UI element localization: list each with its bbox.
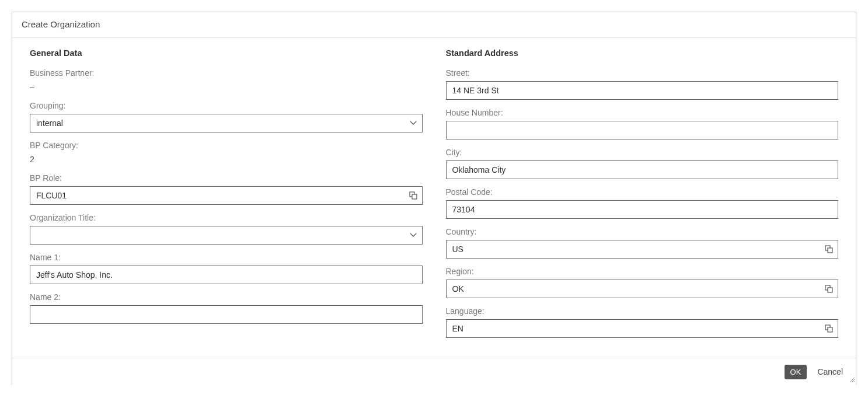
region-input[interactable] bbox=[447, 280, 821, 298]
street-input[interactable] bbox=[447, 82, 838, 99]
bp-category-label: BP Category: bbox=[30, 141, 423, 150]
name1-input[interactable] bbox=[30, 266, 422, 284]
bp-role-control[interactable] bbox=[30, 186, 423, 205]
house-number-field: House Number: bbox=[446, 108, 839, 139]
svg-rect-7 bbox=[828, 327, 832, 332]
general-data-section: General Data Business Partner: – Groupin… bbox=[30, 43, 423, 346]
language-control[interactable] bbox=[446, 319, 839, 338]
name2-input[interactable] bbox=[30, 306, 422, 323]
organization-title-select[interactable] bbox=[30, 226, 423, 245]
house-number-control[interactable] bbox=[446, 121, 839, 139]
svg-rect-3 bbox=[828, 248, 832, 253]
business-partner-label: Business Partner: bbox=[30, 68, 423, 78]
street-field: Street: bbox=[446, 68, 839, 100]
organization-title-label: Organization Title: bbox=[30, 213, 423, 222]
country-label: Country: bbox=[446, 227, 839, 236]
resize-grip-icon[interactable] bbox=[849, 375, 855, 384]
house-number-label: House Number: bbox=[446, 108, 839, 117]
dialog-content: General Data Business Partner: – Groupin… bbox=[12, 38, 856, 358]
organization-title-field: Organization Title: bbox=[30, 213, 423, 245]
standard-address-section: Standard Address Street: House Number: C… bbox=[446, 43, 839, 346]
city-control[interactable] bbox=[446, 160, 839, 179]
language-label: Language: bbox=[446, 306, 839, 316]
name2-field: Name 2: bbox=[30, 292, 423, 324]
value-help-icon[interactable] bbox=[820, 320, 838, 337]
country-control[interactable] bbox=[446, 240, 839, 259]
grouping-input[interactable] bbox=[30, 114, 405, 132]
postal-code-field: Postal Code: bbox=[446, 187, 839, 219]
region-label: Region: bbox=[446, 267, 839, 276]
business-partner-value: – bbox=[30, 81, 423, 93]
business-partner-field: Business Partner: – bbox=[30, 68, 423, 93]
house-number-input[interactable] bbox=[447, 121, 838, 139]
ok-button[interactable]: OK bbox=[785, 365, 807, 379]
grouping-field: Grouping: bbox=[30, 101, 423, 132]
grouping-label: Grouping: bbox=[30, 101, 423, 110]
cancel-button[interactable]: Cancel bbox=[815, 364, 845, 379]
language-field: Language: bbox=[446, 306, 839, 338]
name1-field: Name 1: bbox=[30, 253, 423, 284]
value-help-icon[interactable] bbox=[820, 280, 838, 298]
name2-label: Name 2: bbox=[30, 292, 423, 302]
city-input[interactable] bbox=[447, 161, 838, 179]
region-control[interactable] bbox=[446, 280, 839, 298]
street-control[interactable] bbox=[446, 81, 839, 100]
svg-line-10 bbox=[853, 381, 855, 382]
general-data-heading: General Data bbox=[30, 43, 423, 68]
svg-rect-1 bbox=[412, 194, 417, 199]
value-help-icon[interactable] bbox=[405, 187, 422, 204]
bp-role-label: BP Role: bbox=[30, 173, 423, 183]
svg-rect-5 bbox=[828, 288, 832, 292]
bp-role-input[interactable] bbox=[30, 187, 405, 204]
chevron-down-icon[interactable] bbox=[405, 114, 422, 132]
street-label: Street: bbox=[446, 68, 839, 78]
bp-category-field: BP Category: 2 bbox=[30, 141, 423, 165]
bp-category-value: 2 bbox=[30, 153, 423, 165]
value-help-icon[interactable] bbox=[820, 240, 838, 258]
bp-role-field: BP Role: bbox=[30, 173, 423, 205]
name2-control[interactable] bbox=[30, 305, 423, 324]
postal-code-control[interactable] bbox=[446, 200, 839, 219]
organization-title-input[interactable] bbox=[30, 226, 405, 244]
city-field: City: bbox=[446, 148, 839, 179]
grouping-select[interactable] bbox=[30, 114, 423, 132]
standard-address-heading: Standard Address bbox=[446, 43, 839, 68]
city-label: City: bbox=[446, 148, 839, 157]
name1-label: Name 1: bbox=[30, 253, 423, 262]
language-input[interactable] bbox=[447, 320, 821, 337]
create-organization-dialog: Create Organization General Data Busines… bbox=[12, 12, 856, 385]
country-field: Country: bbox=[446, 227, 839, 259]
dialog-footer: OK Cancel bbox=[12, 358, 856, 385]
dialog-title: Create Organization bbox=[12, 12, 856, 38]
name1-control[interactable] bbox=[30, 266, 423, 284]
postal-code-input[interactable] bbox=[447, 201, 838, 218]
country-input[interactable] bbox=[447, 240, 821, 258]
postal-code-label: Postal Code: bbox=[446, 187, 839, 197]
chevron-down-icon[interactable] bbox=[405, 226, 422, 244]
region-field: Region: bbox=[446, 267, 839, 298]
